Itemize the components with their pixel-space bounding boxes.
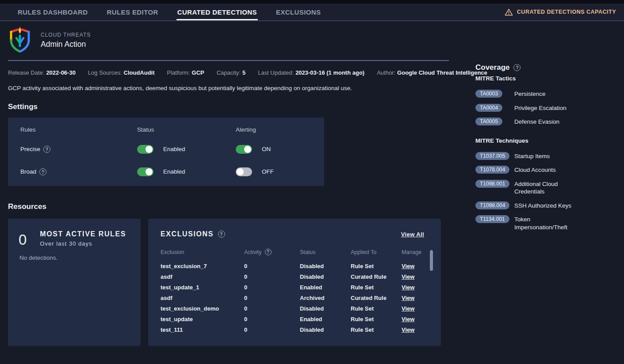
table-scrollbar[interactable] <box>430 250 433 271</box>
rule-help-icon[interactable]: ? <box>43 146 50 153</box>
technique-row: T1134.001Token Impersonation/Theft <box>475 215 608 231</box>
exclusion-name: test_111 <box>161 326 244 333</box>
coverage-heading-text: Coverage <box>475 63 509 72</box>
coverage-help-icon[interactable]: ? <box>513 64 521 71</box>
view-all-link[interactable]: View All <box>401 231 424 238</box>
window-top-strip <box>0 0 624 4</box>
table-row: asdf0DisabledCurated RuleView <box>161 271 428 282</box>
exclusion-status: Enabled <box>300 284 351 291</box>
exclusion-activity: 0 <box>244 305 300 312</box>
view-link[interactable]: View <box>402 263 428 269</box>
toggle-knob <box>244 146 251 153</box>
mitre-techniques-heading: MITRE Techniques <box>475 137 608 144</box>
resources-cards: 0 MOST ACTIVE RULES Over last 30 days No… <box>8 219 449 346</box>
main-content: CLOUD THREATS Admin Action Release Date:… <box>0 21 449 346</box>
technique-label: Token Impersonation/Theft <box>514 215 576 231</box>
exclusion-applied-to: Rule Set <box>351 316 402 322</box>
meta-label: Capacity: <box>217 69 241 76</box>
settings-row-precise: Precise?EnabledON <box>20 138 324 160</box>
settings-col-status: Status <box>137 126 236 138</box>
view-link[interactable]: View <box>402 273 428 280</box>
most-active-rules-title: MOST ACTIVE RULES <box>40 230 126 238</box>
meta-item: Last Updated:2023-03-16 (1 month ago) <box>258 69 364 76</box>
exclusion-activity: 0 <box>244 263 300 269</box>
alerting-cell: ON <box>236 145 324 154</box>
warning-icon <box>505 8 513 16</box>
exclusion-name: test_exclusion_demo <box>161 305 244 312</box>
meta-item: Log Sources:CloudAudit <box>88 69 155 76</box>
technique-id-pill[interactable]: T1134.001 <box>475 215 509 223</box>
exclusion-applied-to: Curated Rule <box>351 295 402 301</box>
alerting-toggle[interactable] <box>236 145 252 154</box>
tactic-id-pill[interactable]: TA0004 <box>475 104 502 112</box>
settings-col-alerting: Alerting <box>236 126 324 138</box>
meta-label: Release Date: <box>8 69 44 76</box>
status-toggle[interactable] <box>137 145 153 154</box>
tab-exclusions[interactable]: EXCLUSIONS <box>276 4 321 20</box>
cloud-threats-shield-logo <box>8 27 32 54</box>
view-link[interactable]: View <box>402 295 428 301</box>
settings-heading: Settings <box>8 102 449 111</box>
exclusions-help-icon[interactable]: ? <box>218 231 225 238</box>
exclusions-title-text: EXCLUSIONS <box>161 230 214 238</box>
col-activity-label: Activity <box>244 249 262 255</box>
meta-label: Platform: <box>167 69 190 76</box>
view-link[interactable]: View <box>402 305 428 312</box>
view-link[interactable]: View <box>402 326 428 333</box>
exclusion-activity: 0 <box>244 316 300 322</box>
category-label: CLOUD THREATS <box>41 32 91 38</box>
tactic-id-pill[interactable]: TA0003 <box>475 90 502 98</box>
technique-id-pill[interactable]: T1078.004 <box>475 166 509 174</box>
exclusions-rows: test_exclusion_70DisabledRule SetViewasd… <box>161 261 428 335</box>
exclusions-table-header: Exclusion Activity ? Status Applied To M… <box>161 249 428 261</box>
meta-value: 2022-06-30 <box>46 69 76 76</box>
exclusions-card: EXCLUSIONS ? View All Exclusion Activity… <box>148 219 441 346</box>
technique-id-pill[interactable]: T1098.004 <box>475 201 509 209</box>
capacity-warning-label: CURATED DETECTIONS CAPACITY <box>517 9 616 15</box>
exclusion-status: Disabled <box>300 326 351 333</box>
meta-item: Release Date:2022-06-30 <box>8 69 76 76</box>
settings-rows: Precise?EnabledONBroad?EnabledOFF <box>20 138 324 183</box>
alerting-label: ON <box>262 146 271 152</box>
technique-row: T1078.004Cloud Accounts <box>475 166 608 174</box>
exclusion-name: test_exclusion_7 <box>161 263 244 269</box>
technique-row: T1098.001Additional Cloud Credentials <box>475 180 608 196</box>
capacity-warning[interactable]: CURATED DETECTIONS CAPACITY <box>505 4 616 20</box>
technique-id-pill[interactable]: T1098.001 <box>475 180 509 188</box>
exclusion-activity: 0 <box>244 273 300 280</box>
exclusion-status: Enabled <box>300 316 351 322</box>
toggle-knob <box>237 168 244 175</box>
header-divider <box>8 60 449 61</box>
tab-rules-dashboard[interactable]: RULES DASHBOARD <box>18 4 88 20</box>
technique-id-pill[interactable]: T1037.005 <box>475 152 509 160</box>
activity-help-icon[interactable]: ? <box>265 249 272 255</box>
exclusions-header: EXCLUSIONS ? View All <box>161 230 436 238</box>
exclusion-name: test_update <box>161 316 244 322</box>
status-toggle[interactable] <box>137 167 153 176</box>
col-exclusion: Exclusion <box>161 249 244 261</box>
settings-column-headers: Rules Status Alerting <box>20 126 324 138</box>
technique-label: Startup Items <box>514 152 576 160</box>
meta-value: Google Cloud Threat Intelligence <box>397 69 487 76</box>
table-row: asdf0ArchivedCurated RuleView <box>161 292 428 303</box>
view-link[interactable]: View <box>402 284 428 291</box>
no-detections-text: No detections. <box>19 254 130 261</box>
most-active-rules-card: 0 MOST ACTIVE RULES Over last 30 days No… <box>8 219 141 346</box>
most-active-rules-subtitle: Over last 30 days <box>40 240 126 247</box>
view-link[interactable]: View <box>402 316 428 322</box>
table-row: test_update0EnabledRule SetView <box>161 314 428 324</box>
tab-curated-detections[interactable]: CURATED DETECTIONS <box>177 4 257 20</box>
col-activity: Activity ? <box>244 249 300 261</box>
meta-item: Author:Google Cloud Threat Intelligence <box>377 69 487 76</box>
mitre-tactics-list: TA0003PersistenceTA0004Privilege Escalat… <box>475 90 608 126</box>
table-row: test_exclusion_70DisabledRule SetView <box>161 261 428 271</box>
exclusion-name: asdf <box>161 273 244 280</box>
tab-rules-editor[interactable]: RULES EDITOR <box>107 4 158 20</box>
exclusion-activity: 0 <box>244 326 300 333</box>
col-status: Status <box>300 249 351 261</box>
top-navigation-bar: RULES DASHBOARDRULES EDITORCURATED DETEC… <box>0 4 624 21</box>
tactic-id-pill[interactable]: TA0005 <box>475 118 502 125</box>
rule-help-icon[interactable]: ? <box>39 168 46 175</box>
alerting-toggle[interactable] <box>236 167 252 176</box>
status-label: Enabled <box>163 146 185 152</box>
